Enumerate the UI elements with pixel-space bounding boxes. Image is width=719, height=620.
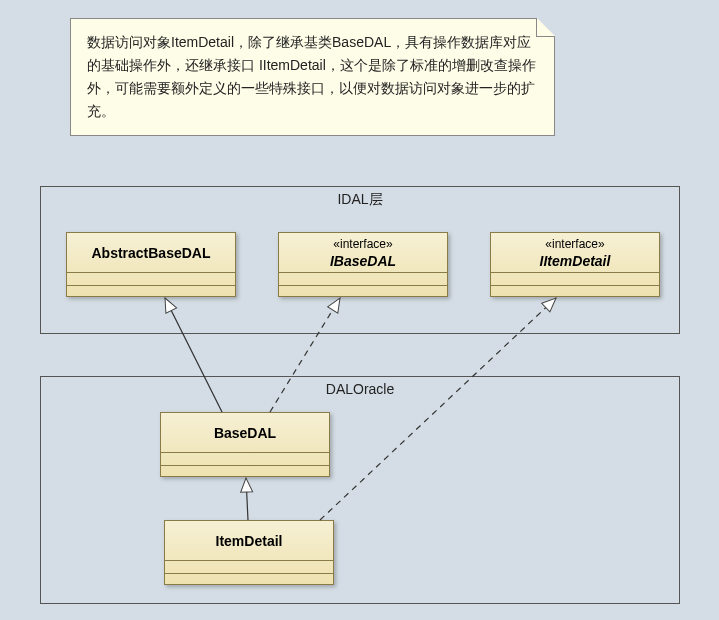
class-compartment (491, 286, 659, 296)
package-dal-oracle-label: DALOracle (326, 381, 394, 397)
class-abstract-base-dal-name: AbstractBaseDAL (67, 233, 235, 273)
class-base-dal-name: BaseDAL (161, 413, 329, 453)
class-base-dal: BaseDAL (160, 412, 330, 477)
class-iitem-detail-name: «interface» IItemDetail (491, 233, 659, 273)
note-fold (537, 18, 555, 36)
class-compartment (279, 273, 447, 286)
class-compartment (161, 466, 329, 476)
class-ibase-dal: «interface» IBaseDAL (278, 232, 448, 297)
class-item-detail: ItemDetail (164, 520, 334, 585)
class-compartment (67, 273, 235, 286)
class-item-detail-name: ItemDetail (165, 521, 333, 561)
class-abstract-base-dal: AbstractBaseDAL (66, 232, 236, 297)
class-ibase-dal-name: «interface» IBaseDAL (279, 233, 447, 273)
class-compartment (165, 561, 333, 574)
class-compartment (161, 453, 329, 466)
class-compartment (67, 286, 235, 296)
stereotype-label: «interface» (545, 237, 604, 251)
note-text: 数据访问对象ItemDetail，除了继承基类BaseDAL，具有操作数据库对应… (87, 34, 536, 119)
package-dal-oracle: DALOracle (40, 376, 680, 604)
class-compartment (491, 273, 659, 286)
class-compartment (279, 286, 447, 296)
uml-note: 数据访问对象ItemDetail，除了继承基类BaseDAL，具有操作数据库对应… (70, 18, 555, 136)
class-iitem-detail: «interface» IItemDetail (490, 232, 660, 297)
stereotype-label: «interface» (333, 237, 392, 251)
class-compartment (165, 574, 333, 584)
package-idal-label: IDAL层 (337, 191, 382, 209)
